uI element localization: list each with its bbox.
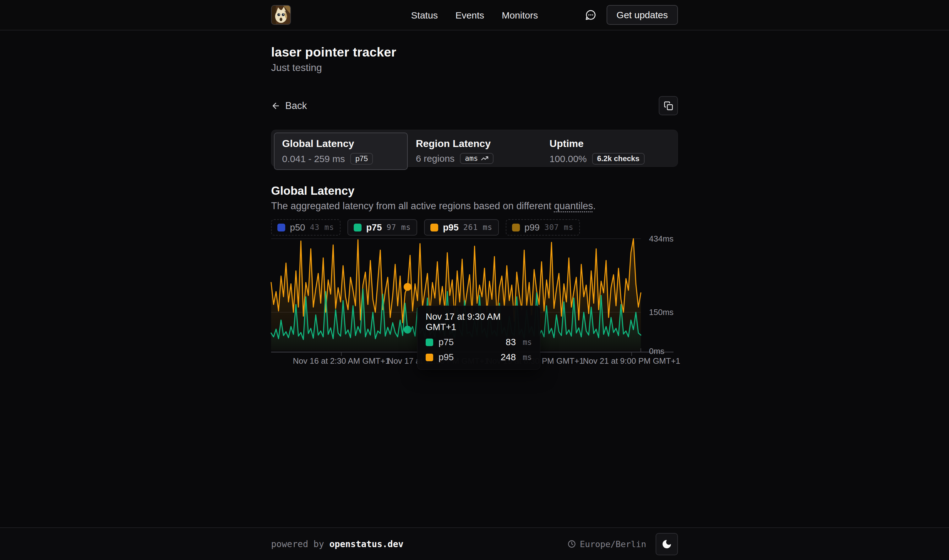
legend-label: p95 — [443, 222, 458, 233]
latency-chart-area: 434ms150ms0msNov 16 at 2:30 AM GMT+1Nov … — [271, 235, 678, 371]
powered-by: powered by openstatus.dev — [271, 539, 403, 549]
description-text: The aggregated latency from all active r… — [271, 200, 554, 211]
legend-badge-p75[interactable]: p7597 ms — [348, 219, 417, 235]
description-period: . — [593, 200, 596, 211]
back-link[interactable]: Back — [271, 100, 307, 111]
p99-color-swatch — [512, 224, 520, 231]
nav-links: StatusEventsMonitors — [411, 0, 538, 31]
moon-icon — [661, 539, 672, 549]
legend-value: 261 ms — [463, 223, 492, 232]
legend-label: p99 — [524, 222, 540, 233]
footer: powered by openstatus.dev Europe/Berlin — [0, 527, 949, 560]
tab-badge: p75 — [350, 153, 373, 165]
tab-value: 6 regions — [416, 153, 455, 164]
back-label: Back — [285, 100, 307, 111]
y-axis-label-0ms: 0ms — [649, 346, 664, 356]
powered-by-text: powered by — [271, 539, 324, 549]
chart-tooltip: Nov 17 at 9:30 AM GMT+1 p7583msp95248ms — [417, 306, 540, 370]
arrow-left-icon — [271, 101, 280, 111]
tooltip-value: 248 — [501, 352, 516, 362]
y-axis-label-150ms: 150ms — [649, 308, 674, 317]
legend-badge-p99[interactable]: p99307 ms — [506, 219, 580, 235]
p95-color-swatch — [431, 224, 438, 231]
chat-bubble-icon — [585, 9, 597, 21]
tooltip-label: p95 — [438, 352, 454, 362]
section-description: The aggregated latency from all active r… — [271, 200, 678, 212]
quantiles-link[interactable]: quantiles — [554, 200, 593, 211]
hover-dot-p95 — [404, 283, 412, 291]
tab-uptime[interactable]: Uptime100.00%6.2k checks — [541, 132, 675, 170]
copy-icon — [664, 101, 673, 111]
status-page-logo[interactable] — [271, 5, 291, 25]
get-updates-button[interactable]: Get updates — [607, 5, 678, 25]
legend-value: 307 ms — [544, 223, 574, 232]
nav-link-events[interactable]: Events — [455, 10, 484, 21]
p75-swatch — [426, 338, 433, 346]
page-title: laser pointer tracker — [271, 45, 678, 60]
tooltip-label: p75 — [438, 337, 454, 348]
timezone-display: Europe/Berlin — [568, 539, 646, 549]
legend-value: 43 ms — [310, 223, 334, 232]
tab-region-latency[interactable]: Region Latency6 regionsams — [408, 132, 541, 170]
tab-badge: ams — [460, 153, 494, 164]
navbar: StatusEventsMonitors Get updates — [0, 0, 949, 31]
metric-tabs: Global Latency0.041 - 259 msp75Region La… — [271, 130, 678, 167]
legend-label: p75 — [366, 222, 382, 233]
y-axis-label-434ms: 434ms — [649, 234, 674, 243]
legend-badge-p50[interactable]: p5043 ms — [271, 219, 340, 235]
tooltip-title: Nov 17 at 9:30 AM GMT+1 — [426, 312, 532, 332]
tooltip-unit: ms — [523, 338, 532, 347]
nav-link-status[interactable]: Status — [411, 10, 438, 21]
tab-value: 100.00% — [549, 154, 586, 164]
tooltip-row-p75: p7583ms — [426, 337, 532, 348]
openstatus-link[interactable]: openstatus.dev — [329, 539, 403, 549]
p95-swatch — [426, 354, 433, 361]
tooltip-value: 83 — [506, 337, 516, 348]
tab-value: 0.041 - 259 ms — [282, 154, 345, 164]
section-title: Global Latency — [271, 185, 678, 198]
clock-icon — [568, 540, 576, 548]
hover-dot-p75 — [404, 326, 412, 334]
tooltip-row-p95: p95248ms — [426, 352, 532, 362]
legend-value: 97 ms — [387, 223, 411, 232]
legend-label: p50 — [290, 222, 305, 233]
tooltip-unit: ms — [523, 353, 532, 362]
cat-logo-image — [272, 6, 290, 24]
tab-badge: 6.2k checks — [592, 153, 644, 165]
x-axis-label-3: Nov 21 at 9:00 PM GMT+1 — [583, 356, 680, 366]
page-subtitle: Just testing — [271, 62, 678, 74]
nav-link-monitors[interactable]: Monitors — [502, 10, 538, 21]
chart-legend: p5043 msp7597 msp95261 msp99307 ms — [271, 219, 678, 235]
trending-up-icon — [481, 154, 489, 162]
tab-title: Region Latency — [416, 138, 534, 149]
copy-link-button[interactable] — [659, 96, 678, 115]
p75-color-swatch — [354, 224, 361, 231]
feedback-chat-button[interactable] — [585, 9, 597, 21]
x-axis-label-0: Nov 16 at 2:30 AM GMT+1 — [293, 356, 390, 366]
tab-title: Global Latency — [282, 138, 400, 149]
p50-color-swatch — [277, 224, 285, 231]
theme-toggle-button[interactable] — [655, 533, 678, 555]
tab-title: Uptime — [549, 138, 667, 149]
tab-global-latency[interactable]: Global Latency0.041 - 259 msp75 — [274, 132, 408, 170]
legend-badge-p95[interactable]: p95261 ms — [424, 219, 499, 235]
timezone-label: Europe/Berlin — [580, 539, 646, 549]
